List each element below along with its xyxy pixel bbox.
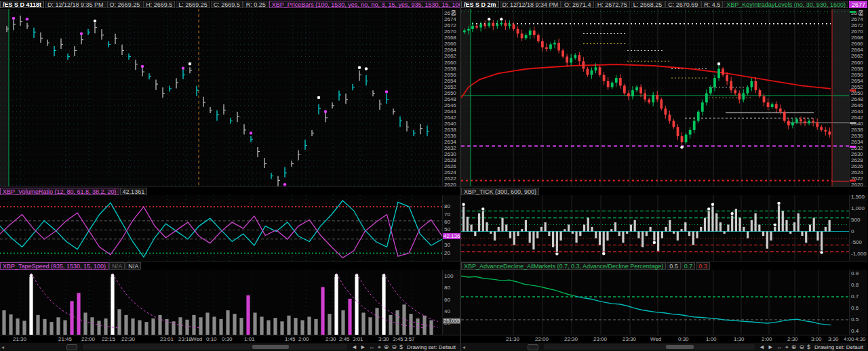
header-cell[interactable]: XBP_AdvanceDecline_AllMarkets (0.7, 0.3,…: [461, 262, 666, 270]
scroll-left-icon[interactable]: ◄: [759, 344, 765, 350]
header-cell[interactable]: XBP_VolumeRatio (12, 80, 61.8, 38.2, 20): [0, 188, 119, 195]
header-cell[interactable]: XBP_TICK (300, 600, 900): [461, 188, 539, 195]
chart-header-left: /ES S D 4118tD: 12/12/18 9:35 PMO: 2669.…: [0, 0, 460, 9]
chart-scrollbar[interactable]: [83, 344, 347, 350]
axis-label: 2672: [444, 23, 456, 28]
axis-label: 2648: [851, 97, 863, 102]
axis-label: 50: [444, 227, 450, 232]
time-label: 0:30: [222, 336, 233, 343]
volume-ratio-axis[interactable]: 8070605040302042.1361: [442, 195, 460, 261]
chart-mini-button[interactable]: [528, 344, 538, 350]
tape-speed-axis[interactable]: 1008060402025.0359: [442, 270, 460, 335]
time-axis-right[interactable]: 21:3022:0022:3023:0023:30Wed0:301:001:30…: [461, 335, 867, 343]
axis-label: 0.4: [851, 329, 859, 334]
header-cell[interactable]: C: 2670.69: [665, 1, 701, 8]
axis-label: 2654: [444, 79, 456, 84]
time-label: 3:57: [404, 336, 415, 343]
axis-label: 2646: [444, 103, 456, 108]
drawing-set-label[interactable]: Drawing set: Default: [407, 344, 456, 350]
axis-label: -500: [851, 240, 862, 245]
header-cell[interactable]: 0.3: [696, 262, 710, 270]
header-cell[interactable]: /ES S D 2m: [461, 1, 499, 8]
axis-label: 2642: [444, 115, 456, 121]
axis-label: 30: [444, 243, 450, 248]
header-cell[interactable]: O: 2671.4: [561, 1, 594, 8]
header-cell[interactable]: D: 12/12/18 9:35 PM: [45, 1, 106, 8]
trading-workspace: /ES S D 4118tD: 12/12/18 9:35 PMO: 2669.…: [0, 0, 868, 351]
axis-label: 0.5: [851, 317, 859, 323]
axis-label: 2658: [444, 66, 456, 72]
price-chart-right[interactable]: [461, 9, 849, 186]
time-label: 21:30: [506, 336, 519, 343]
bottom-toolbar-left: ◂◄►↔⌖⊕⊖$Drawing set: Default: [0, 343, 460, 351]
pan-icon[interactable]: ↔: [776, 344, 783, 350]
header-cell[interactable]: R: 4.5: [701, 1, 723, 8]
pan-left-icon[interactable]: ◂: [1, 344, 4, 350]
time-label: 1:45: [285, 336, 296, 343]
zoom-in-icon[interactable]: ⊕: [384, 344, 389, 350]
price-link-icon[interactable]: $: [399, 344, 403, 350]
volume-ratio-chart[interactable]: [0, 195, 442, 261]
pan-left-icon[interactable]: ◂: [462, 344, 465, 350]
header-cell[interactable]: 2677: [849, 1, 867, 8]
time-axis-left[interactable]: 21:3021:4522:0022:1522:3023:0123:18Wed0:…: [0, 335, 460, 343]
scrollbar-thumb[interactable]: [666, 345, 693, 349]
header-cell[interactable]: D: 12/12/18 9:34 PM: [500, 1, 561, 8]
scroll-right-icon[interactable]: ►: [768, 344, 774, 350]
advance-decline-axis[interactable]: 0.90.80.70.60.50.4: [849, 270, 867, 335]
axis-price-mark: [850, 11, 856, 13]
axis-label: 2666: [444, 41, 456, 47]
crosshair-icon[interactable]: ⌖: [785, 344, 789, 350]
drawing-set-label[interactable]: Drawing set: Default: [814, 344, 863, 350]
chart-scrollbar[interactable]: [544, 344, 755, 350]
time-label: 22:30: [564, 336, 578, 343]
header-cell[interactable]: XBP_PriceBars (100, 1530, yes, no, no, 3…: [269, 1, 460, 8]
tape-speed-chart[interactable]: [0, 270, 442, 335]
header-cell[interactable]: 0.7: [682, 262, 696, 270]
zoom-out-icon[interactable]: ⊖: [391, 344, 397, 350]
tick-chart[interactable]: [461, 195, 849, 261]
time-label: 1:00: [706, 336, 717, 343]
time-label: 4:00: [844, 336, 854, 343]
time-label: 2:00: [298, 336, 309, 343]
study-header-tick: XBP_TICK (300, 600, 900): [461, 186, 867, 195]
axis-label: 2636: [444, 133, 456, 139]
tick-axis[interactable]: 1,5001,0005000-500-1,000: [849, 195, 867, 261]
header-cell[interactable]: L: 2669.25: [176, 1, 210, 8]
header-cell[interactable]: 0.5: [667, 262, 681, 270]
header-cell[interactable]: O: 2669.25: [107, 1, 143, 8]
chart-mini-button[interactable]: [66, 344, 77, 350]
price-axis-right[interactable]: Z 26762674267226702668266626642662266026…: [849, 9, 867, 186]
header-cell[interactable]: N/A: [109, 262, 125, 270]
header-cell[interactable]: XBP_KeyIntradayLevels (no, 30, 930, 1600…: [724, 1, 848, 8]
crosshair-icon[interactable]: ⌖: [378, 344, 381, 350]
header-cell[interactable]: /ES S D 4118t: [0, 1, 44, 8]
scrollbar-thumb[interactable]: [252, 345, 290, 349]
header-cell[interactable]: H: 2669.5: [143, 1, 175, 8]
zoom-in-icon[interactable]: ⊕: [791, 344, 797, 350]
axis-price-mark: [850, 146, 856, 148]
price-chart-left[interactable]: [0, 9, 442, 186]
header-cell[interactable]: H: 2672.75: [595, 1, 630, 8]
scroll-right-icon[interactable]: ►: [360, 344, 366, 350]
header-cell[interactable]: R: 0.25: [243, 1, 269, 8]
advance-decline-chart[interactable]: [461, 270, 849, 335]
axis-label: 2662: [851, 54, 863, 59]
time-label: 3:00: [811, 336, 822, 343]
axis-label: 20: [444, 251, 450, 256]
axis-price-mark: [850, 122, 856, 124]
price-axis-left[interactable]: Z 26762674267226702668266626642662266026…: [442, 9, 460, 186]
header-cell[interactable]: XBP_TapeSpeed (935, 1530, 15, 100): [0, 262, 108, 270]
axis-label: 2630: [851, 152, 863, 157]
zoom-out-icon[interactable]: ⊖: [799, 344, 804, 350]
scroll-left-icon[interactable]: ◄: [351, 344, 357, 350]
pan-icon[interactable]: ↔: [369, 344, 375, 350]
header-cell[interactable]: 42.1361: [120, 188, 148, 195]
price-link-icon[interactable]: $: [807, 344, 810, 350]
axis-label: 0: [851, 229, 854, 234]
axis-label: 2628: [851, 158, 863, 163]
header-cell[interactable]: L: 2668.25: [631, 1, 665, 8]
header-cell[interactable]: N/A: [125, 262, 141, 270]
header-cell[interactable]: C: 2669.5: [211, 1, 243, 8]
chart-panel-right: /ES S D 2mD: 12/12/18 9:34 PMO: 2671.4H:…: [460, 0, 867, 351]
